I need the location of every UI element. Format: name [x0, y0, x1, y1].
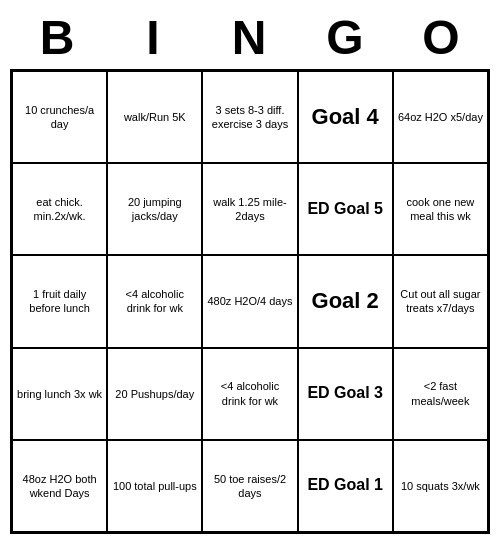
- bingo-cell-4: 64oz H2O x5/day: [393, 71, 488, 163]
- bingo-cell-12: 480z H2O/4 days: [202, 255, 297, 347]
- bingo-cell-22: 50 toe raises/2 days: [202, 440, 297, 532]
- bingo-cell-15: bring lunch 3x wk: [12, 348, 107, 440]
- bingo-grid: 10 crunches/a daywalk/Run 5K3 sets 8-3 d…: [10, 69, 490, 534]
- bingo-cell-9: cook one new meal this wk: [393, 163, 488, 255]
- bingo-cell-3: Goal 4: [298, 71, 393, 163]
- bingo-cell-16: 20 Pushups/day: [107, 348, 202, 440]
- bingo-cell-18: ED Goal 3: [298, 348, 393, 440]
- bingo-cell-17: <4 alcoholic drink for wk: [202, 348, 297, 440]
- bingo-cell-1: walk/Run 5K: [107, 71, 202, 163]
- bingo-title: B I N G O: [10, 10, 490, 65]
- title-i: I: [106, 10, 202, 65]
- bingo-cell-0: 10 crunches/a day: [12, 71, 107, 163]
- bingo-cell-7: walk 1.25 mile-2days: [202, 163, 297, 255]
- bingo-cell-23: ED Goal 1: [298, 440, 393, 532]
- title-b: B: [10, 10, 106, 65]
- bingo-cell-11: <4 alcoholic drink for wk: [107, 255, 202, 347]
- bingo-cell-8: ED Goal 5: [298, 163, 393, 255]
- bingo-cell-5: eat chick. min.2x/wk.: [12, 163, 107, 255]
- bingo-cell-6: 20 jumping jacks/day: [107, 163, 202, 255]
- bingo-cell-10: 1 fruit daily before lunch: [12, 255, 107, 347]
- bingo-cell-24: 10 squats 3x/wk: [393, 440, 488, 532]
- title-o: O: [394, 10, 490, 65]
- title-n: N: [202, 10, 298, 65]
- bingo-cell-13: Goal 2: [298, 255, 393, 347]
- title-g: G: [298, 10, 394, 65]
- bingo-cell-2: 3 sets 8-3 diff. exercise 3 days: [202, 71, 297, 163]
- bingo-cell-14: Cut out all sugar treats x7/days: [393, 255, 488, 347]
- bingo-cell-19: <2 fast meals/week: [393, 348, 488, 440]
- bingo-cell-20: 48oz H2O both wkend Days: [12, 440, 107, 532]
- bingo-cell-21: 100 total pull-ups: [107, 440, 202, 532]
